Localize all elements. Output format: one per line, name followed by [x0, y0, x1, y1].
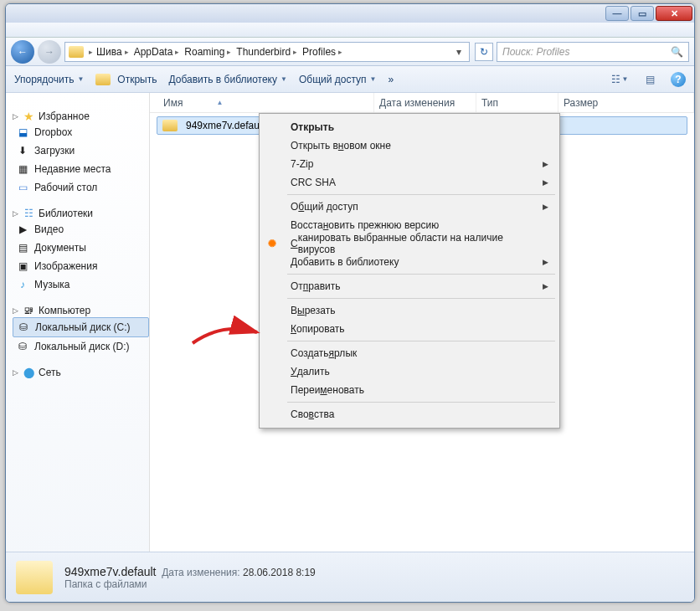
desktop-icon: ▭	[16, 181, 29, 194]
music-icon: ♪	[16, 278, 29, 291]
breadcrumb-dropdown[interactable]: ▾	[452, 46, 466, 58]
sidebar-item-video[interactable]: ▶Видео	[13, 220, 149, 239]
status-title: 949xme7v.default	[64, 565, 156, 578]
context-menu: Открыть Открыть в новом окне 7-Zip▶ CRC …	[259, 113, 560, 429]
navbar: ← → ▸ Шива▸ AppData▸ Roaming▸ Thunderbir…	[6, 38, 694, 66]
menu-open[interactable]: Открыть	[286, 118, 557, 136]
dropbox-icon: ⬓	[16, 126, 29, 139]
statusbar: 949xme7v.default Дата изменения: 28.06.2…	[6, 552, 694, 602]
sidebar-item-music[interactable]: ♪Музыка	[13, 275, 149, 294]
explorer-window: — ▭ ✕ ← → ▸ Шива▸ AppData▸ Roaming▸ Thun…	[5, 3, 695, 603]
breadcrumb-item[interactable]: Шива▸	[95, 46, 131, 58]
add-library-button[interactable]: Добавить в библиотеку▼	[168, 74, 286, 85]
column-name[interactable]: Имя▲	[158, 93, 374, 112]
breadcrumb-item[interactable]: Thunderbird▸	[234, 46, 299, 58]
sidebar-item-recent[interactable]: ▦Недавние места	[13, 160, 149, 178]
folder-icon	[162, 120, 178, 131]
submenu-arrow-icon: ▶	[543, 282, 548, 290]
disk-icon: ⛁	[17, 321, 30, 334]
sidebar-item-disk-c[interactable]: ⛁Локальный диск (C:)	[13, 317, 149, 337]
chevron-right-icon: ▸	[89, 48, 93, 56]
folder-icon	[69, 46, 84, 58]
documents-icon: ▤	[16, 241, 29, 254]
submenu-arrow-icon: ▶	[543, 203, 548, 211]
star-icon: ★	[22, 110, 35, 123]
titlebar: — ▭ ✕	[6, 4, 694, 23]
submenu-arrow-icon: ▶	[543, 258, 548, 266]
menu-7zip[interactable]: 7-Zip▶	[286, 155, 557, 173]
menu-crc-sha[interactable]: CRC SHA▶	[286, 173, 557, 192]
menu-scan-virus[interactable]: ✺Сканировать выбранные области на наличи…	[286, 234, 557, 253]
favorites-group[interactable]: ▷★Избранное	[13, 110, 149, 123]
forward-button[interactable]: →	[38, 40, 61, 64]
menu-open-new-window[interactable]: Открыть в новом окне	[286, 136, 557, 155]
search-input[interactable]: Поиск: Profiles 🔍	[497, 42, 689, 62]
sidebar-item-documents[interactable]: ▤Документы	[13, 239, 149, 257]
sidebar-item-disk-d[interactable]: ⛁Локальный диск (D:)	[13, 337, 149, 356]
submenu-arrow-icon: ▶	[543, 178, 548, 187]
maximize-button[interactable]: ▭	[631, 6, 654, 21]
menu-create-shortcut[interactable]: Создать ярлык	[286, 344, 557, 362]
help-button[interactable]: ?	[671, 72, 686, 87]
submenu-arrow-icon: ▶	[543, 160, 548, 168]
status-subtitle: Папка с файлами	[64, 578, 316, 590]
menu-rename[interactable]: Переименовать	[286, 381, 557, 399]
status-date-label: Дата изменения:	[162, 567, 240, 578]
menu-send-to[interactable]: Отправить▶	[286, 277, 557, 295]
column-type[interactable]: Тип	[476, 93, 558, 112]
menu-copy[interactable]: Копировать	[286, 320, 557, 338]
toolbar: Упорядочить▼ Открыть Добавить в библиоте…	[6, 66, 694, 93]
avast-icon: ✺	[265, 237, 279, 250]
organize-button[interactable]: Упорядочить▼	[14, 74, 84, 85]
preview-pane-button[interactable]: ▤	[641, 71, 659, 88]
sidebar-item-downloads[interactable]: ⬇Загрузки	[13, 141, 149, 160]
computer-icon: 🖳	[22, 304, 35, 317]
sidebar: ▷★Избранное ⬓Dropbox ⬇Загрузки ▦Недавние…	[6, 93, 150, 565]
breadcrumb[interactable]: ▸ Шива▸ AppData▸ Roaming▸ Thunderbird▸ P…	[64, 42, 470, 62]
more-button[interactable]: »	[388, 74, 394, 85]
menu-delete[interactable]: Удалить	[286, 362, 557, 381]
share-button[interactable]: Общий доступ▼	[299, 74, 377, 85]
column-headers: Имя▲ Дата изменения Тип Размер	[150, 93, 694, 113]
recent-icon: ▦	[16, 162, 29, 176]
breadcrumb-item[interactable]: Profiles▸	[301, 46, 344, 58]
close-button[interactable]: ✕	[656, 6, 692, 21]
folder-open-icon	[95, 74, 111, 85]
status-date: 28.06.2018 8:19	[243, 567, 316, 578]
minimize-button[interactable]: —	[605, 6, 629, 21]
folder-large-icon	[16, 561, 53, 594]
file-name: 949xme7v.default	[186, 120, 265, 131]
sidebar-item-dropbox[interactable]: ⬓Dropbox	[13, 123, 149, 141]
sidebar-item-images[interactable]: ▣Изображения	[13, 257, 149, 275]
breadcrumb-item[interactable]: Roaming▸	[183, 46, 233, 58]
sidebar-item-desktop[interactable]: ▭Рабочий стол	[13, 178, 149, 197]
refresh-button[interactable]: ↻	[475, 43, 493, 61]
column-date[interactable]: Дата изменения	[374, 93, 476, 112]
menu-add-library[interactable]: Добавить в библиотеку▶	[286, 253, 557, 271]
column-size[interactable]: Размер	[558, 93, 694, 112]
images-icon: ▣	[16, 259, 29, 273]
search-icon: 🔍	[671, 46, 683, 58]
downloads-icon: ⬇	[16, 144, 29, 157]
back-button[interactable]: ←	[11, 40, 34, 64]
breadcrumb-item[interactable]: AppData▸	[132, 46, 182, 58]
network-icon: ⬤	[22, 366, 35, 379]
disk-icon: ⛁	[16, 340, 29, 353]
libraries-group[interactable]: ▷☷Библиотеки	[13, 207, 149, 220]
search-placeholder: Поиск: Profiles	[502, 46, 569, 58]
computer-group[interactable]: ▷🖳Компьютер	[13, 304, 149, 317]
network-group[interactable]: ▷⬤Сеть	[13, 366, 149, 379]
menu-properties[interactable]: Свовства	[286, 405, 557, 424]
video-icon: ▶	[16, 223, 29, 236]
menu-share[interactable]: Общий доступ▶	[286, 198, 557, 216]
sort-asc-icon: ▲	[216, 99, 223, 106]
library-icon: ☷	[22, 207, 35, 220]
menu-cut[interactable]: Вырезать	[286, 301, 557, 320]
view-mode-button[interactable]: ☷▼	[610, 71, 629, 88]
open-button[interactable]: Открыть	[95, 74, 157, 85]
top-small-bar	[6, 23, 694, 38]
